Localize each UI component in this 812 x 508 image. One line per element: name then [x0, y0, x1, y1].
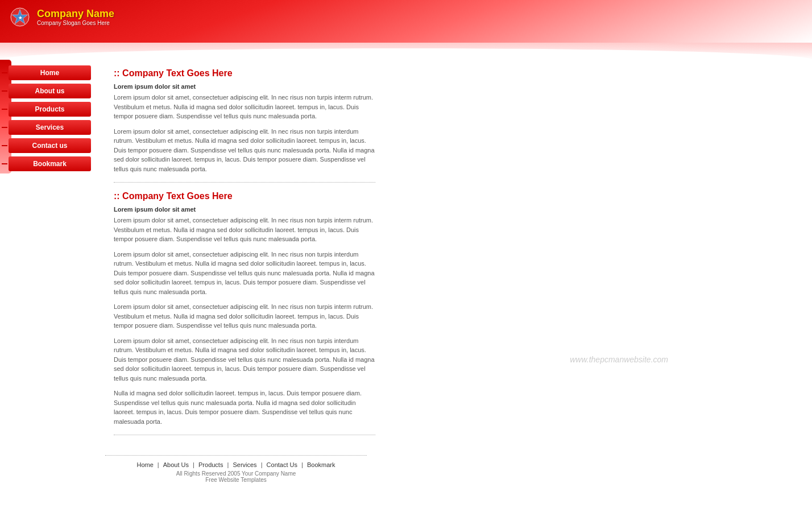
- footer-contact-us[interactable]: Contact Us: [267, 461, 297, 468]
- nav-bookmark[interactable]: Bookmark: [9, 156, 91, 171]
- credit: Free Website Templates: [111, 477, 361, 483]
- section-divider-1: [114, 182, 375, 183]
- section1-title: :: Company Text Goes Here: [114, 68, 782, 79]
- footer-about-us[interactable]: About Us: [163, 461, 189, 468]
- section1-subtitle: Lorem ipsum dolor sit amet: [114, 83, 782, 90]
- nav-products[interactable]: Products: [9, 102, 91, 117]
- svg-text:★: ★: [18, 15, 23, 20]
- section2-para4: Lorem ipsum dolor sit amet, consectetuer…: [114, 336, 375, 383]
- footer: Home | About Us | Products | Services | …: [105, 455, 367, 489]
- logo-icon: ★: [9, 6, 31, 28]
- footer-links: Home | About Us | Products | Services | …: [111, 461, 361, 468]
- company-slogan: Company Slogan Goes Here: [37, 20, 114, 26]
- watermark-container: Lorem ipsum dolor sit amet, consectetuer…: [114, 336, 782, 383]
- footer-products[interactable]: Products: [198, 461, 223, 468]
- nav-home[interactable]: Home: [9, 65, 91, 80]
- main-content: :: Company Text Goes Here Lorem ipsum do…: [108, 65, 788, 447]
- footer-bookmark[interactable]: Bookmark: [307, 461, 335, 468]
- section2-para3: Lorem ipsum dolor sit amet, consectetuer…: [114, 302, 375, 331]
- watermark-text: www.thepcmanwebsite.com: [570, 355, 668, 364]
- section2-subtitle: Lorem ipsum dolor sit amet: [114, 206, 782, 213]
- section1-para2: Lorem ipsum dolor sit amet, consectetuer…: [114, 127, 375, 174]
- section2-para5: Nulla id magna sed dolor sollicitudin la…: [114, 389, 375, 426]
- header: ★ Company Name Company Slogan Goes Here: [0, 0, 812, 43]
- section2-title: :: Company Text Goes Here: [114, 191, 782, 201]
- sidebar: Home About us Products Services Contact …: [9, 65, 100, 447]
- nav-services[interactable]: Services: [9, 120, 91, 135]
- copyright: All Rights Reserved 2005 Your Company Na…: [111, 470, 361, 477]
- nav-contact-us[interactable]: Contact us: [9, 138, 91, 153]
- nav-about-us[interactable]: About us: [9, 84, 91, 98]
- section1-para1: Lorem ipsum dolor sit amet, consectetuer…: [114, 93, 375, 121]
- footer-services[interactable]: Services: [233, 461, 256, 468]
- section2-para2: Lorem ipsum dolor sit amet, consectetuer…: [114, 250, 375, 297]
- wave-decoration: [0, 43, 812, 60]
- section-divider-2: [114, 435, 375, 435]
- section2-para1: Lorem ipsum dolor sit amet, consectetuer…: [114, 216, 375, 244]
- company-name: Company Name: [37, 8, 114, 20]
- footer-home[interactable]: Home: [136, 461, 153, 468]
